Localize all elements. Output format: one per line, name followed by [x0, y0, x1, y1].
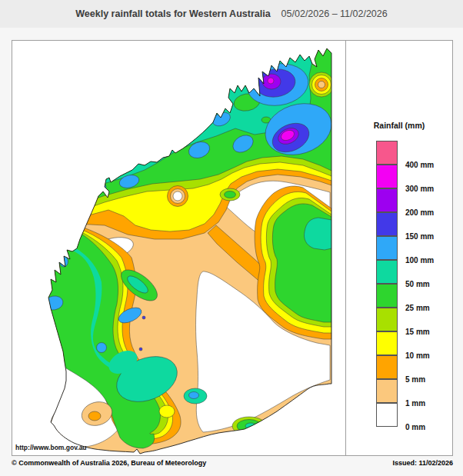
legend-label-200-mm: 200 mm [405, 208, 434, 217]
central-ring-bullseye [168, 186, 188, 207]
legend-label-150-mm: 150 mm [405, 232, 434, 241]
legend-label-25-mm: 25 mm [405, 304, 430, 312]
central-green-patch [220, 188, 240, 201]
legend-label-10-mm: 10 mm [405, 351, 430, 360]
legend-label-5-mm: 5 mm [405, 375, 425, 384]
rainfall-map-panel: http://www.bom.gov.au [12, 40, 346, 456]
legend-label-1-mm: 1 mm [405, 399, 425, 408]
legend-swatch-15-mm [376, 308, 398, 331]
legend-swatch-25-mm [376, 284, 398, 308]
copyright-text: © Commonwealth of Australia 2026, Bureau… [12, 459, 206, 467]
legend-swatch-100-mm [376, 236, 398, 260]
legend-label-50-mm: 50 mm [405, 280, 430, 288]
legend-label-300-mm: 300 mm [405, 185, 434, 193]
legend-label-400-mm: 400 mm [405, 161, 434, 169]
legend-panel: Rainfall (mm) 400 mm300 mm200 mm150 mm10… [345, 40, 453, 456]
issued-date: Issued: 11/02/2026 [392, 459, 453, 467]
south-coast-green-blob [232, 417, 266, 435]
legend-label-0-mm: 0 mm [405, 423, 425, 431]
legend-label-15-mm: 15 mm [405, 328, 430, 336]
date-range: 05/02/2026 – 11/02/2026 [281, 8, 388, 19]
northeast-bullseye [309, 72, 334, 97]
legend-swatch-10-mm [376, 331, 398, 355]
page-title: Weekly rainfall totals for Western Austr… [75, 8, 270, 19]
legend-label-100-mm: 100 mm [405, 256, 434, 265]
bom-url-label: http://www.bom.gov.au [15, 444, 87, 451]
legend-swatch-200-mm [376, 188, 398, 212]
legend-swatch-50-mm [376, 260, 398, 284]
legend-swatch-400-mm [376, 141, 398, 165]
legend-swatch-5-mm [376, 355, 398, 379]
legend-swatch-0-mm [376, 403, 398, 427]
rainfall-contour-map [12, 41, 345, 455]
title-bar: Weekly rainfall totals for Western Austr… [0, 0, 463, 28]
legend-swatch-1-mm [376, 379, 398, 403]
legend-swatch-150-mm [376, 212, 398, 236]
legend-swatch-300-mm [376, 165, 398, 188]
legend-title: Rainfall (mm) [346, 121, 452, 130]
